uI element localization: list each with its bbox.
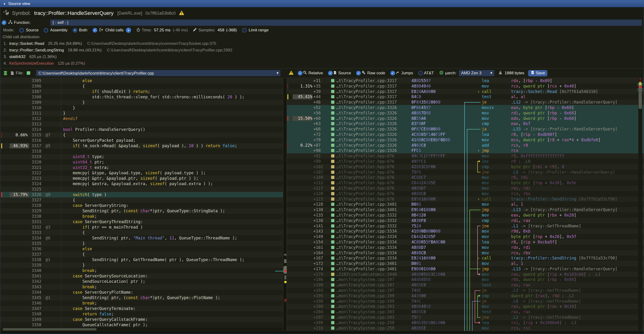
source-row[interactable]: 3311}	[1, 111, 283, 116]
asm-source-location[interactable]: …t\TracyProfiler.cpp:3334	[336, 255, 397, 261]
asm-row[interactable]: +138…t\TracyProfiler.cpp:3332483BF8cmprd…	[287, 218, 644, 223]
asm-source-location[interactable]: …t\TracyProfiler.cpp:3326	[336, 143, 397, 148]
source-pane[interactable]: 3305 else3306 {3307 if( shouldExit ) ret…	[1, 78, 283, 331]
mode-option-both[interactable]: Both	[79, 28, 88, 32]
asm-source-location[interactable]: …t\TracyProfiler.cpp:3317	[336, 83, 397, 89]
source-row[interactable]: 3313	[1, 122, 283, 127]
mode-option-assembly[interactable]: Assembly	[50, 28, 68, 32]
raw-code-label[interactable]: Raw code	[367, 71, 385, 75]
source-row[interactable]: 3308 std::this_thread::sleep_for( std::c…	[1, 94, 283, 100]
child-calls-label[interactable]: Child calls	[105, 28, 124, 32]
source-row[interactable]: 3344 case ServerQueryPlotName:	[1, 290, 283, 295]
asm-source-location[interactable]: …t\TracyProfiler.hpp:676	[336, 186, 394, 191]
source-row[interactable]: 3348 return false;	[1, 311, 283, 317]
asm-source-location[interactable]: …t\TracyProfiler.cpp:3326	[336, 116, 397, 121]
asm-source-location[interactable]: …t\TracyProfiler.cpp:3326	[336, 126, 397, 132]
source-label[interactable]: Source	[338, 71, 351, 75]
asm-source-location[interactable]: …t\TracyProfiler.cpp:3317	[336, 100, 397, 105]
asm-row[interactable]: +52…t\TracyProfiler.cpp:33260FB64597movz…	[287, 105, 644, 110]
asm-source-location[interactable]: …t\TracyProfiler.cpp:3326	[336, 137, 397, 143]
raw-code-checkbox[interactable]: ✓	[356, 71, 361, 75]
source-horizontal-scrollbar[interactable]	[1, 328, 283, 331]
asm-source-location[interactable]: …t\TracyProfiler.hpp:676	[336, 196, 394, 202]
asm-source-location[interactable]: …t\TracyProfiler.cpp:3401	[336, 207, 397, 212]
source-row[interactable]: 3331 case ServerQueryThreadString:	[1, 219, 283, 225]
source-row[interactable]: 3335 }	[1, 241, 283, 246]
asm-row[interactable]: +172…t\TracyProfiler.cpp:3401B001moval, …	[287, 261, 644, 266]
source-row[interactable]: 3339 }	[1, 263, 283, 268]
asm-source-location[interactable]: …mon\TracySystem.cpp:197	[336, 288, 394, 293]
asm-source-location[interactable]: …t\TracyProfiler.cpp:3334	[336, 229, 397, 234]
asm-source-location[interactable]: …t\TracyProfiler.cpp:3326	[336, 148, 397, 153]
jumps-checkbox[interactable]: ✓	[390, 71, 395, 75]
asm-source-location[interactable]: …t\TracyProfiler.hpp:676	[336, 180, 394, 186]
source-row[interactable]: 0.66%3315@7{	[1, 132, 283, 138]
asm-row[interactable]: +46…t\TracyProfiler.cpp:33170F8435020000…	[287, 100, 644, 105]
source-row[interactable]: 3310 }	[1, 105, 283, 111]
asm-row[interactable]: +39…t\TracyProfiler.cpp:3317E824AA0000‹c…	[287, 89, 644, 94]
asm-source-location[interactable]: …t\TracyProfiler.hpp:676	[336, 164, 394, 169]
asm-row[interactable]: +92…t\TracyProfiler.hpp:67649C7C1FFFFFFF…	[287, 153, 644, 159]
pane-divider[interactable]	[283, 78, 287, 331]
source-row[interactable]: 3305 else	[1, 78, 283, 83]
asm-source-location[interactable]: …mon\TracySystem.cpp:203	[336, 304, 394, 309]
asm-row[interactable]: +164…t\TracyProfiler.cpp:3334488BCBmovrc…	[287, 250, 644, 256]
source-row[interactable]: 3306 {	[1, 83, 283, 89]
source-row[interactable]: 3324 memcpy( &extra, &payload.extra, siz…	[1, 181, 283, 186]
source-row[interactable]: 3336 else	[1, 246, 283, 252]
att-checkbox[interactable]: ✓	[418, 71, 423, 75]
asm-row[interactable]: +186…mon\TracySystem.cpp:197448B4598movr…	[287, 277, 644, 282]
asm-row[interactable]: +143…t\TracyProfiler.cpp:333441B90B00000…	[287, 229, 644, 234]
function-checkbox[interactable]: ✓	[2, 20, 6, 25]
asm-row[interactable]: +130…t\TracyProfiler.cpp:3401E9E4010000j…	[287, 207, 644, 212]
asm-source-location[interactable]: …t\TracyProfiler.cpp:3326	[336, 132, 397, 137]
source-row[interactable]: 3325	[1, 186, 283, 192]
asm-row[interactable]: 45.41%+44…t\TracyProfiler.cpp:331784C0te…	[287, 94, 644, 100]
asm-row[interactable]: +135…t\TracyProfiler.cpp:33328B4320movea…	[287, 212, 644, 218]
child-call-item[interactable]: 1.tracy::Socket::Read25.25 ms (54.89%)C:…	[4, 41, 216, 47]
source-row[interactable]: 15.79%3326@9 switch( type )	[1, 192, 283, 197]
child-calls-checkbox[interactable]: ✓	[92, 28, 97, 32]
asm-source-location[interactable]: …mon\TracySystem.cpp:199	[336, 299, 394, 304]
asm-row[interactable]: +195…mon\TracySystem.cpp:199443900cmpdwo…	[287, 293, 644, 299]
source-hscroll-thumb[interactable]	[2, 328, 96, 331]
asm-row[interactable]: 1.31%+35…t\TracyProfiler.cpp:3317488B494…	[287, 83, 644, 89]
asm-row[interactable]: 0.22%+87…t\TracyProfiler.cpp:33264903C8a…	[287, 143, 644, 148]
asm-source-location[interactable]: …mon\TracySystem.cpp:197	[336, 282, 394, 288]
asm-source-location[interactable]: …t\TracyProfiler.cpp:3332	[336, 212, 397, 218]
assembly-pane[interactable]: +31…t\TracyProfiler.cpp:3317488D5597lear…	[287, 78, 644, 331]
source-row[interactable]: 3327 {	[1, 197, 283, 203]
source-checkbox[interactable]: ✓	[328, 71, 333, 75]
asm-source-location[interactable]: …t\TracyProfiler.cpp:3401	[336, 266, 397, 272]
asm-row[interactable]: +179…1103\include\atomic:1048488B05B63C1…	[287, 272, 644, 277]
asm-source-location[interactable]: …mon\TracySystem.cpp:197	[336, 277, 394, 282]
source-row[interactable]: 3345@1 SendString( ptr, (const char*)ptr…	[1, 295, 283, 301]
mode-option-source[interactable]: Source	[26, 28, 38, 32]
asm-source-location[interactable]: …t\TracyProfiler.cpp:3334	[336, 239, 397, 245]
asm-row[interactable]: +66…t\TracyProfiler.cpp:33260F87CE060000…	[287, 126, 644, 132]
asm-row[interactable]: +112…t\TracyProfiler.hpp:676C64424205Emo…	[287, 180, 644, 186]
source-row[interactable]: 3323 memcpy( &ptr, &payload.ptr, sizeof(…	[1, 176, 283, 181]
source-row[interactable]: 3337 {	[1, 252, 283, 257]
asm-row[interactable]: +167…t\TracyProfiler.cpp:3334E824160000‹…	[287, 255, 644, 261]
window-titlebar[interactable]: ▼Source view	[0, 0, 644, 7]
asm-source-location[interactable]: …1103\include\atomic:1048	[336, 272, 397, 277]
asm-row[interactable]: +117…t\TracyProfiler.hpp:676488BD7movrdx…	[287, 186, 644, 191]
source-row[interactable]: 3338@1 SendString( ptr, GetThreadName( p…	[1, 257, 283, 263]
march-dropdown-arrow[interactable]: ▼	[490, 70, 493, 76]
asm-row[interactable]: +56…t\TracyProfiler.cpp:3326488B7D98movr…	[287, 110, 644, 116]
source-row[interactable]: 3349 case ServerQueryCallstackFrame:	[1, 317, 283, 322]
asm-source-location[interactable]: …mon\TracySystem.cpp:199	[336, 293, 394, 299]
asm-source-location[interactable]: …t\TracyProfiler.cpp:3317	[336, 89, 397, 94]
asm-row[interactable]: +99…t\TracyProfiler.hpp:67649FFC1incr9 ;…	[287, 159, 644, 164]
asm-row[interactable]: +204…mon\TracySystem.cpp:2034885C0testra…	[287, 309, 644, 315]
child-call-item[interactable]: 4.KeSynchronizeExecution125 µs (0.27%)	[4, 61, 90, 67]
source-row[interactable]: 3332@3 if( ptr == m_mainThread )	[1, 225, 283, 230]
limit-range-checkbox[interactable]: ✓	[242, 28, 247, 32]
mode-radio-both[interactable]	[73, 28, 77, 32]
source-row[interactable]: 3322 memcpy( &type, &payload.type, sizeo…	[1, 170, 283, 176]
asm-row[interactable]: +109…t\TracyProfiler.hpp:6764C8BC7movr8,…	[287, 175, 644, 180]
asm-row[interactable]: +102…t\TracyProfiler.hpp:67642803C0F00cm…	[287, 164, 644, 169]
jumps-label[interactable]: Jumps	[401, 71, 413, 75]
asm-source-location[interactable]: …t\TracyProfiler.hpp:676	[336, 169, 394, 175]
